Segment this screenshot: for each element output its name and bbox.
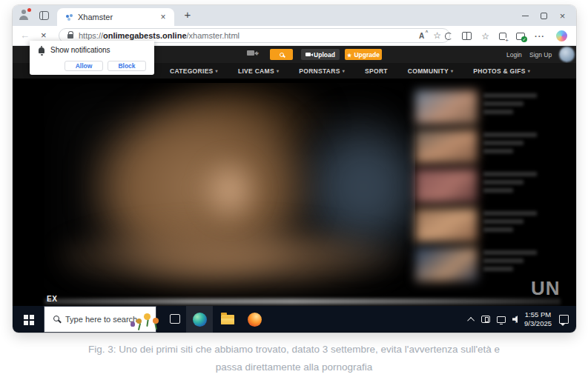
- speaker-icon: [512, 316, 521, 323]
- caption-line-1: Fig. 3: Uno dei primi siti che abbiamo t…: [0, 341, 588, 359]
- nav-item-community[interactable]: COMMUNITY▾: [408, 67, 453, 75]
- related-videos-sidebar: [415, 90, 546, 281]
- blurred-thumbnail: [415, 208, 478, 242]
- blurred-region: [56, 221, 404, 292]
- page-content: ▾ Upload Upgrade Login Sign Up: [13, 46, 576, 306]
- close-icon: [560, 10, 566, 21]
- upload-button[interactable]: Upload: [301, 49, 340, 60]
- system-tray: 1:55 PM 9/3/2025: [469, 306, 576, 333]
- tab-strip: Xhamster: [13, 5, 576, 26]
- tab-actions-icon[interactable]: [39, 11, 49, 20]
- lock-icon: [67, 34, 73, 39]
- volume-tray-button[interactable]: [512, 316, 518, 323]
- video-player[interactable]: [44, 83, 415, 301]
- maximize-icon: [541, 13, 547, 19]
- split-screen-icon[interactable]: [462, 32, 472, 40]
- chevron-down-icon: ▾: [451, 68, 453, 73]
- site-logo[interactable]: [559, 47, 575, 62]
- video-thumbnail-row[interactable]: [415, 247, 546, 281]
- file-explorer-taskbar-button[interactable]: [214, 306, 241, 333]
- chevron-down-icon: ▾: [343, 68, 345, 73]
- blurred-region: [196, 153, 263, 227]
- start-button[interactable]: [13, 306, 44, 333]
- task-view-icon[interactable]: [170, 314, 180, 324]
- window-controls: [516, 5, 572, 26]
- copilot-icon[interactable]: [556, 30, 567, 41]
- star-icon: [347, 51, 351, 59]
- notification-message: Show notifications: [50, 46, 110, 54]
- browser-window: Xhamster ← × https://onlimegabests.onlin…: [13, 5, 576, 333]
- favorite-star-icon[interactable]: [433, 30, 441, 41]
- nav-item-live-cams[interactable]: LIVE CAMS▾: [238, 67, 279, 75]
- chevron-down-icon: ▾: [277, 68, 279, 73]
- taskbar-search-input[interactable]: [65, 315, 145, 324]
- new-tab-button[interactable]: [182, 9, 194, 21]
- video-thumbnail-row[interactable]: [415, 90, 546, 124]
- profile-button[interactable]: [19, 10, 30, 21]
- close-button[interactable]: [553, 5, 572, 26]
- upgrade-label: Upgrade: [354, 51, 379, 59]
- maximize-button[interactable]: [535, 5, 553, 26]
- nav-item-photos-gifs[interactable]: PHOTOS & GIFS▾: [473, 67, 530, 75]
- media-type-selector[interactable]: ▾: [247, 50, 259, 56]
- green-check-badge: [521, 36, 527, 42]
- block-button[interactable]: Block: [108, 61, 146, 71]
- video-controls-strip[interactable]: [44, 299, 561, 304]
- network-tray-button[interactable]: [497, 316, 506, 323]
- video-overlay-text-left: EX: [47, 295, 57, 303]
- clock-time: 1:55 PM: [524, 310, 552, 319]
- taskbar-search[interactable]: [44, 306, 156, 333]
- read-aloud-icon[interactable]: [419, 32, 424, 40]
- browser-essentials-icon[interactable]: [516, 33, 525, 40]
- chevron-up-icon: [467, 316, 475, 324]
- windows-taskbar: 1:55 PM 9/3/2025: [13, 306, 576, 333]
- clock-date: 9/3/2025: [524, 319, 552, 328]
- blurred-thumbnail: [415, 247, 478, 281]
- network-icon: [497, 316, 506, 323]
- device-icon: [481, 316, 490, 323]
- collections-icon[interactable]: [499, 33, 506, 40]
- video-overlay-text-right: UN: [531, 277, 561, 300]
- firefox-taskbar-button[interactable]: [241, 306, 268, 333]
- tab-close-icon[interactable]: [158, 12, 168, 22]
- allow-button[interactable]: Allow: [65, 61, 103, 71]
- notification-permission-popup: Show notifications Allow Block: [30, 41, 154, 75]
- favorites-icon[interactable]: [481, 31, 489, 41]
- notification-dot: [27, 8, 31, 12]
- tab-title: Xhamster: [78, 13, 113, 21]
- nav-item-categories[interactable]: CATEGORIES▾: [170, 67, 218, 75]
- nav-item-pornstars[interactable]: PORNSTARS▾: [299, 67, 345, 75]
- taskbar-clock[interactable]: 1:55 PM 9/3/2025: [524, 310, 552, 328]
- refresh-icon[interactable]: [445, 33, 452, 40]
- figure-caption: Fig. 3: Uno dei primi siti che abbiamo t…: [0, 341, 588, 376]
- upgrade-button[interactable]: Upgrade: [345, 49, 382, 60]
- site-nav: CATEGORIES▾ LIVE CAMS▾ PORNSTARS▾ SPORT …: [170, 63, 530, 79]
- signup-link[interactable]: Sign Up: [529, 51, 552, 59]
- stop-button[interactable]: ×: [41, 30, 47, 41]
- edge-taskbar-button[interactable]: [186, 306, 213, 333]
- camera-icon: [247, 50, 254, 56]
- bell-icon: [39, 47, 44, 53]
- file-explorer-icon: [221, 315, 234, 324]
- screenshot: Xhamster ← × https://onlimegabests.onlin…: [0, 0, 588, 380]
- login-link[interactable]: Login: [506, 51, 522, 59]
- action-center-icon[interactable]: [559, 315, 569, 324]
- minimize-icon: [522, 16, 529, 16]
- nav-item-sport[interactable]: SPORT: [365, 67, 388, 75]
- video-thumbnail-row[interactable]: [415, 169, 546, 203]
- device-tray-button[interactable]: [481, 316, 490, 323]
- search-button[interactable]: [270, 49, 293, 60]
- chevron-down-icon: ▾: [528, 68, 530, 73]
- video-thumbnail-row[interactable]: [415, 130, 546, 164]
- tab-favicon: [66, 15, 69, 18]
- chevron-down-icon: ▾: [216, 68, 218, 73]
- browser-tab[interactable]: Xhamster: [57, 8, 174, 26]
- back-button[interactable]: ←: [20, 30, 30, 41]
- minimize-button[interactable]: [516, 5, 535, 26]
- tray-expand-button[interactable]: [469, 317, 475, 322]
- search-icon: [280, 53, 284, 57]
- video-thumbnail-row[interactable]: [415, 208, 546, 242]
- upload-camera-icon: [305, 53, 311, 56]
- blurred-thumbnail: [415, 130, 478, 164]
- settings-menu-icon[interactable]: [535, 32, 545, 41]
